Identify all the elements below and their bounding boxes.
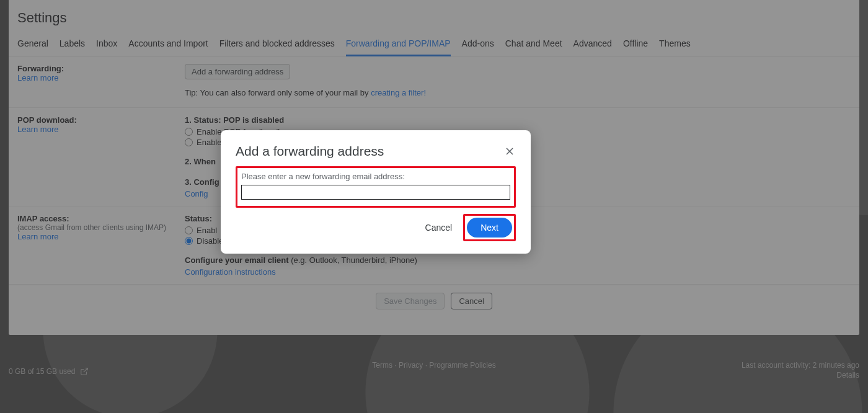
dialog-prompt: Please enter a new forwarding email addr…	[241, 172, 510, 181]
next-highlight: Next	[463, 214, 516, 241]
add-forwarding-dialog: Add a forwarding address Please enter a …	[221, 130, 531, 254]
close-icon[interactable]	[503, 145, 516, 158]
forwarding-email-input[interactable]	[241, 185, 510, 200]
dialog-cancel-button[interactable]: Cancel	[423, 218, 455, 238]
dialog-next-button[interactable]: Next	[467, 218, 512, 238]
dialog-title: Add a forwarding address	[236, 144, 384, 159]
dialog-body-highlight: Please enter a new forwarding email addr…	[236, 166, 516, 208]
